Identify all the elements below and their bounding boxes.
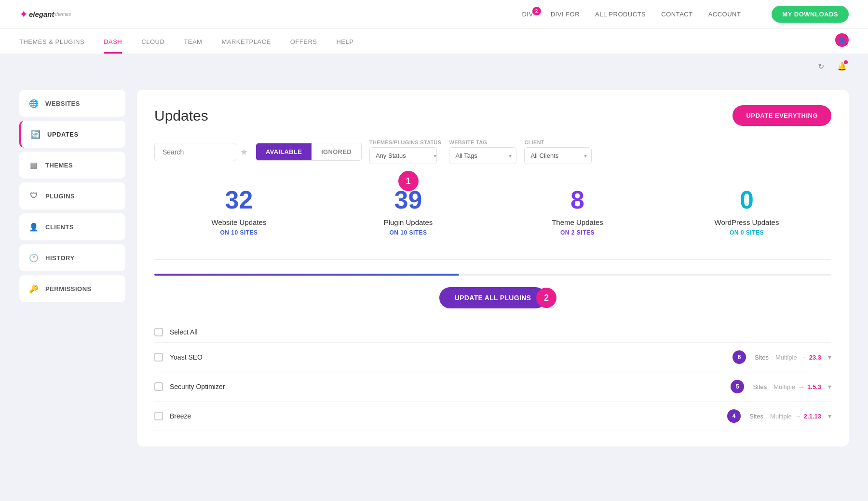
star-filter-icon[interactable]: ★: [240, 147, 248, 157]
brand-logo[interactable]: ✦ elegant themes: [19, 8, 71, 21]
sidebar-item-permissions[interactable]: 🔑 PERMISSIONS: [19, 275, 125, 302]
breeze-expand-icon[interactable]: ▾: [828, 412, 831, 420]
sidebar-label-updates: UPDATES: [47, 131, 79, 138]
wordpress-updates-number: 0: [666, 187, 827, 212]
tab-marketplace[interactable]: MARKETPLACE: [221, 38, 271, 54]
client-filter-group: CLIENT All Clients: [524, 139, 592, 164]
status-filter-group: THEMES/PLUGINS STATUS Any Status Up to D…: [369, 139, 442, 164]
security-version: Multiple → 1.5.3 ▾: [773, 383, 831, 390]
security-optimizer-name: Security Optimizer: [170, 383, 724, 390]
update-all-section: UPDATE ALL PLUGINS 2: [154, 287, 831, 308]
sidebar-item-clients[interactable]: 👤 CLIENTS: [19, 213, 125, 240]
plugin-updates-sub: ON 10 SITES: [327, 229, 489, 236]
website-updates-label: Website Updates: [158, 218, 320, 226]
layout-icon: ▤: [29, 160, 39, 170]
select-all-label: Select All: [170, 328, 198, 336]
search-input[interactable]: [154, 143, 236, 161]
yoast-checkbox[interactable]: [154, 353, 163, 362]
tab-themes-plugins[interactable]: THEMES & PLUGINS: [19, 38, 84, 54]
stat-website-updates: 32 Website Updates ON 10 SITES: [154, 180, 324, 244]
yoast-version: Multiple → 23.3 ▾: [775, 353, 831, 361]
tab-help[interactable]: HELP: [336, 38, 353, 54]
notification-icon[interactable]: 🔔: [835, 59, 849, 73]
nav-link-contact[interactable]: CONTACT: [661, 11, 692, 18]
sidebar-item-updates[interactable]: 🔄 UPDATES: [19, 121, 125, 148]
plugin-updates-label: Plugin Updates: [327, 218, 489, 226]
user-icon: 👤: [29, 222, 39, 232]
progress-bar-fill: [154, 274, 459, 276]
table-row: Yoast SEO 6 Sites Multiple → 23.3 ▾: [154, 343, 831, 372]
stat-plugin-updates: 1 39 Plugin Updates ON 10 SITES: [324, 180, 493, 244]
update-everything-button[interactable]: UPDATE EVERYTHING: [732, 105, 831, 126]
theme-updates-label: Theme Updates: [497, 218, 658, 226]
sidebar-label-themes: THEMES: [45, 162, 73, 169]
status-filter-label: THEMES/PLUGINS STATUS: [369, 139, 442, 145]
update-all-plugins-button[interactable]: UPDATE ALL PLUGINS: [439, 287, 546, 308]
user-avatar-icon[interactable]: 👤: [835, 33, 849, 47]
nav-link-all-products[interactable]: ALL PRODUCTS: [595, 11, 646, 18]
client-select[interactable]: All Clients: [524, 147, 592, 164]
refresh-icon[interactable]: ↻: [814, 59, 827, 73]
sidebar-label-websites: WEBSITES: [45, 100, 80, 107]
nav-link-divi[interactable]: DIVI 2: [522, 11, 535, 18]
sidebar-label-history: HISTORY: [45, 254, 75, 262]
select-all-checkbox[interactable]: [154, 328, 163, 336]
stat-wordpress-updates: 0 WordPress Updates ON 0 SITES: [662, 180, 831, 244]
breeze-name: Breeze: [170, 412, 720, 420]
security-sites-badge: 5: [731, 380, 744, 393]
tab-offers[interactable]: OFFERS: [290, 38, 317, 54]
security-checkbox[interactable]: [154, 382, 163, 391]
available-ignored-tabs: AVAILABLE IGNORED: [256, 143, 362, 161]
sidebar-item-themes[interactable]: ▤ THEMES: [19, 152, 125, 179]
nav-link-account[interactable]: ACCOUNT: [708, 11, 741, 18]
stat-theme-updates: 8 Theme Updates ON 2 SITES: [493, 180, 662, 244]
breeze-version: Multiple → 2.1.13 ▾: [770, 412, 831, 420]
top-nav-links: DIVI 2 DIVI FOR ALL PRODUCTS CONTACT ACC…: [522, 6, 849, 23]
table-row: Breeze 4 Sites Multiple → 2.1.13 ▾: [154, 402, 831, 431]
yoast-expand-icon[interactable]: ▾: [828, 353, 831, 361]
breeze-checkbox[interactable]: [154, 412, 163, 420]
sidebar-item-plugins[interactable]: 🛡 PLUGINS: [19, 182, 125, 209]
brand-tagline: themes: [55, 12, 71, 17]
tab-ignored[interactable]: IGNORED: [312, 143, 361, 160]
tab-available[interactable]: AVAILABLE: [256, 143, 312, 160]
plugin-list: Select All Yoast SEO 6 Sites Multiple → …: [154, 322, 831, 431]
tag-select[interactable]: All Tags: [449, 147, 516, 164]
status-select[interactable]: Any Status Up to Date Needs Update: [369, 147, 437, 164]
clock-icon: 🕐: [29, 253, 39, 263]
table-row: Security Optimizer 5 Sites Multiple → 1.…: [154, 372, 831, 402]
tab-dash[interactable]: DASH: [104, 38, 122, 54]
top-navigation: ✦ elegant themes DIVI 2 DIVI FOR ALL PRO…: [0, 0, 868, 29]
breeze-sites-badge: 4: [727, 409, 741, 423]
progress-bar: [154, 274, 831, 276]
security-expand-icon[interactable]: ▾: [828, 383, 831, 390]
main-layout: 🌐 WEBSITES 🔄 UPDATES ▤ THEMES 🛡 PLUGINS …: [0, 78, 868, 458]
tab-team[interactable]: TEAM: [184, 38, 202, 54]
theme-updates-number: 8: [497, 187, 658, 212]
logo-star-icon: ✦: [19, 8, 28, 21]
client-select-wrap: All Clients: [524, 147, 592, 164]
sidebar: 🌐 WEBSITES 🔄 UPDATES ▤ THEMES 🛡 PLUGINS …: [19, 90, 125, 446]
select-all-row: Select All: [154, 322, 831, 343]
brand-name: elegant: [29, 10, 54, 18]
notification-dot: [844, 60, 848, 64]
nav-link-divi-for[interactable]: DIVI FOR: [551, 11, 580, 18]
page-title: Updates: [154, 108, 208, 124]
key-icon: 🔑: [29, 284, 39, 293]
user-avatar-container: 👤: [835, 33, 849, 54]
security-sites-label: Sites: [753, 383, 767, 390]
refresh-icon: 🔄: [31, 129, 41, 139]
filters-row: ★ AVAILABLE IGNORED THEMES/PLUGINS STATU…: [154, 139, 831, 164]
yoast-sites-badge: 6: [732, 350, 746, 364]
client-filter-label: CLIENT: [524, 139, 592, 145]
sidebar-label-permissions: PERMISSIONS: [45, 285, 92, 292]
shield-icon: 🛡: [29, 191, 39, 201]
tag-filter-label: WEBSITE TAG: [449, 139, 516, 145]
divi-badge: 2: [532, 7, 541, 15]
breeze-sites-label: Sites: [749, 413, 763, 420]
sidebar-label-plugins: PLUGINS: [45, 193, 75, 200]
my-downloads-button[interactable]: MY DOWNLOADS: [772, 6, 849, 23]
sidebar-item-history[interactable]: 🕐 HISTORY: [19, 244, 125, 271]
sidebar-item-websites[interactable]: 🌐 WEBSITES: [19, 90, 125, 117]
tab-cloud[interactable]: CLOUD: [141, 38, 164, 54]
